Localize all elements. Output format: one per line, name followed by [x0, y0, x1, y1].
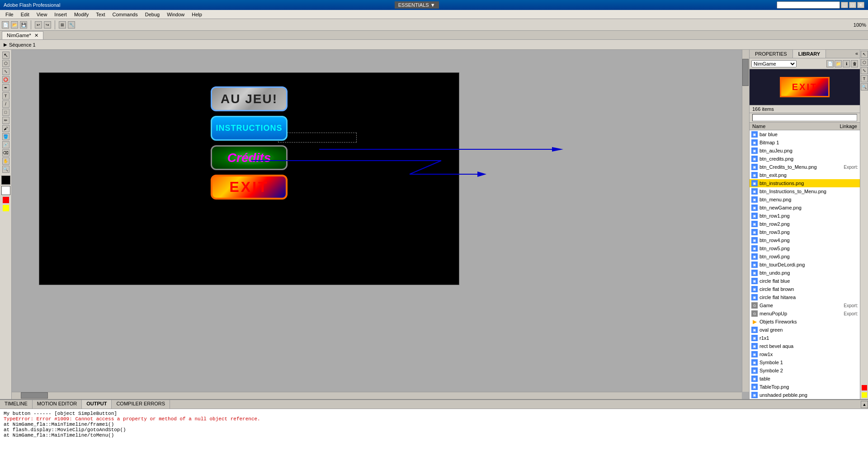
list-item[interactable]: ▣circle flat hitarea: [750, 293, 860, 301]
tool-paint-bucket[interactable]: 🪣: [2, 133, 9, 140]
list-item[interactable]: GGameExport:: [750, 301, 860, 309]
essentials-dropdown[interactable]: ESSENTIALS ▼: [395, 1, 439, 9]
tool-hand[interactable]: ✋: [2, 157, 9, 165]
tool-subselect[interactable]: ⬡: [2, 60, 9, 67]
list-item[interactable]: ▣btn_Instructions_to_Menu.png: [750, 187, 860, 195]
tab-timeline[interactable]: TIMELINE: [0, 400, 33, 409]
tool-free-transform[interactable]: ⤡: [2, 68, 9, 75]
list-item[interactable]: ▣table: [750, 375, 860, 383]
list-item[interactable]: ▶Objets Fireworks: [750, 318, 860, 326]
close-button[interactable]: ✕: [857, 2, 864, 8]
list-item[interactable]: ▣row1x: [750, 350, 860, 358]
menu-view[interactable]: View: [33, 11, 51, 18]
list-item[interactable]: ▣btn_auJeu.png: [750, 147, 860, 155]
list-item[interactable]: ▣btn_row4.png: [750, 236, 860, 244]
list-item[interactable]: ▣r1x1: [750, 334, 860, 342]
lib-props[interactable]: ℹ: [843, 60, 850, 67]
tool-magnet[interactable]: 🔧: [68, 21, 75, 29]
list-item[interactable]: ▣btn_instructions.png: [750, 179, 860, 187]
btn-credits[interactable]: Crédits: [211, 145, 288, 170]
lib-delete[interactable]: 🗑: [851, 60, 858, 67]
menu-file[interactable]: File: [2, 11, 17, 18]
tool-new[interactable]: 📄: [2, 21, 9, 29]
list-item[interactable]: ▣btn_row5.png: [750, 244, 860, 252]
list-item[interactable]: ▣btn_Credits_to_Menu.pngExport:: [750, 163, 860, 171]
list-item[interactable]: ▣unshaded pebble.png: [750, 391, 860, 399]
tool-eyedropper[interactable]: 💉: [2, 141, 9, 148]
panel-collapse[interactable]: «: [854, 50, 860, 58]
list-item[interactable]: ▣oval green: [750, 326, 860, 334]
menu-debug[interactable]: Debug: [142, 11, 163, 18]
list-item[interactable]: ▣btn_row3.png: [750, 228, 860, 236]
list-item[interactable]: ▣btn_row6.png: [750, 252, 860, 261]
right-tool-2[interactable]: ⬡: [861, 59, 868, 66]
tool-brush[interactable]: 🖌: [2, 125, 9, 132]
tool-eraser[interactable]: ⌫: [2, 149, 9, 157]
document-tab[interactable]: NimGame* ✕: [2, 31, 43, 39]
list-item[interactable]: ▣rect bevel aqua: [750, 342, 860, 350]
list-item[interactable]: ▣btn_menu.png: [750, 195, 860, 204]
right-tool-1[interactable]: ↖: [861, 51, 868, 58]
tab-motion-editor[interactable]: MOTION EDITOR: [33, 400, 82, 409]
tool-open[interactable]: 📂: [11, 21, 18, 29]
tool-lasso[interactable]: ⭕: [2, 76, 9, 83]
minimize-button[interactable]: _: [841, 2, 848, 8]
list-item[interactable]: ▣bar blue: [750, 130, 860, 138]
tab-properties[interactable]: PROPERTIES: [750, 50, 793, 58]
list-item[interactable]: ▣Symbole 1: [750, 358, 860, 366]
library-search-input[interactable]: [752, 114, 857, 121]
tab-compiler-errors[interactable]: COMPILER ERRORS: [112, 400, 170, 409]
menu-modify[interactable]: Modify: [71, 11, 92, 18]
list-item[interactable]: ▣btn_row2.png: [750, 220, 860, 228]
menu-help[interactable]: Help: [188, 11, 206, 18]
menu-insert[interactable]: Insert: [51, 11, 71, 18]
library-selector[interactable]: NimGame: [751, 60, 797, 67]
tool-undo[interactable]: ↩: [35, 21, 42, 29]
right-tool-3[interactable]: ⤡: [861, 67, 868, 74]
search-input[interactable]: [777, 1, 840, 9]
list-item[interactable]: ▣btn_tourDeLordi.png: [750, 261, 860, 269]
list-item[interactable]: ▣btn_undo.png: [750, 269, 860, 277]
list-item[interactable]: ▣TableTop.png: [750, 383, 860, 391]
stage-h-scroll[interactable]: [12, 392, 742, 399]
right-tool-5[interactable]: 🔍: [861, 83, 868, 90]
tool-text[interactable]: T: [2, 92, 9, 100]
tool-line[interactable]: /: [2, 100, 9, 108]
list-item[interactable]: ▣btn_newGame.png: [750, 204, 860, 212]
tab-library[interactable]: LIBRARY: [793, 50, 826, 58]
list-item[interactable]: ▣Symbole 2: [750, 366, 860, 375]
menu-edit[interactable]: Edit: [17, 11, 33, 18]
list-item[interactable]: ▣Bitmap 1: [750, 138, 860, 147]
right-tool-4[interactable]: T: [861, 75, 868, 82]
lib-folder[interactable]: 📁: [835, 60, 842, 67]
menu-window[interactable]: Window: [163, 11, 188, 18]
list-item[interactable]: ▣circle flat blue: [750, 277, 860, 285]
lib-new[interactable]: 📄: [826, 60, 834, 67]
list-item[interactable]: ▣circle flat brown: [750, 285, 860, 293]
menu-commands[interactable]: Commands: [108, 11, 141, 18]
tool-pencil[interactable]: ✏: [2, 117, 9, 124]
stage-v-scroll[interactable]: [742, 50, 749, 392]
btn-instructions[interactable]: INSTRUCTIONS: [211, 116, 288, 141]
btn-au-jeu[interactable]: AU JEU!: [211, 86, 288, 111]
tool-snap[interactable]: ⊞: [59, 21, 66, 29]
close-tab-button[interactable]: ✕: [34, 33, 38, 38]
tool-redo[interactable]: ↪: [44, 21, 51, 29]
tool-zoom-stage[interactable]: 🔍: [2, 166, 9, 173]
tab-output[interactable]: OUTPUT: [82, 400, 112, 409]
tool-save[interactable]: 💾: [20, 21, 27, 29]
fill-color[interactable]: [1, 186, 10, 195]
btn-exit[interactable]: EXIT: [211, 175, 288, 200]
maximize-button[interactable]: □: [849, 2, 856, 8]
list-item[interactable]: ▣btn_row1.png: [750, 212, 860, 220]
list-item[interactable]: ▣btn_credits.png: [750, 155, 860, 163]
tool-rect[interactable]: □: [2, 109, 9, 116]
list-item[interactable]: GmenuPopUpExport:: [750, 309, 860, 318]
canvas-area[interactable]: AU JEU! INSTRUCTIONS Crédits EXIT: [39, 72, 459, 285]
library-list[interactable]: ▣bar blue▣Bitmap 1▣btn_auJeu.png▣btn_cre…: [750, 130, 860, 399]
menu-text[interactable]: Text: [92, 11, 108, 18]
list-item[interactable]: ▣btn_exit.png: [750, 171, 860, 179]
tool-arrow[interactable]: ↖: [2, 52, 9, 59]
tool-pen[interactable]: ✒: [2, 84, 9, 91]
stroke-color[interactable]: [1, 176, 10, 185]
